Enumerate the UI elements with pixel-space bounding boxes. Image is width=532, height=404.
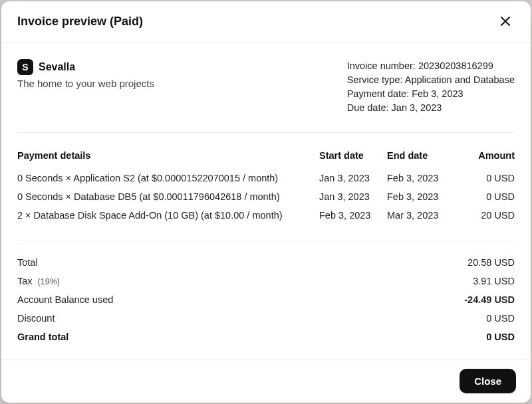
- table-cell-start: Jan 3, 2023: [319, 187, 379, 206]
- brand-block: S Sevalla The home to your web projects: [17, 59, 154, 89]
- discount-label: Discount: [17, 313, 55, 324]
- tax-percent: (19%): [38, 277, 60, 286]
- brand-tagline: The home to your web projects: [17, 78, 154, 89]
- table-cell-start: Jan 3, 2023: [319, 169, 379, 187]
- tax-label: Tax: [17, 276, 33, 286]
- table-cell-end: Feb 3, 2023: [387, 187, 447, 206]
- table-cell-amount: 20 USD: [455, 206, 515, 225]
- tax-row: Tax (19%) 3.91 USD: [17, 272, 515, 290]
- meta-due-date: Due date: Jan 3, 2023: [347, 101, 515, 115]
- meta-value: Application and Database: [405, 74, 515, 85]
- table-cell-start: Feb 3, 2023: [319, 206, 379, 225]
- grand-total-label: Grand total: [17, 332, 68, 342]
- invoice-header-section: S Sevalla The home to your web projects …: [17, 59, 515, 133]
- tax-label-wrap: Tax (19%): [17, 276, 60, 286]
- modal-title: Invoice preview (Paid): [17, 15, 143, 29]
- table-cell-end: Feb 3, 2023: [387, 169, 447, 187]
- meta-label: Service type:: [347, 74, 403, 85]
- close-icon-button[interactable]: [496, 12, 515, 31]
- col-header-end: End date: [387, 150, 447, 169]
- invoice-meta: Invoice number: 20230203816299 Service t…: [347, 59, 515, 115]
- meta-label: Invoice number:: [347, 60, 416, 71]
- table-cell-amount: 0 USD: [455, 169, 515, 187]
- brand-line: S Sevalla: [17, 59, 154, 75]
- table-cell-description: 2 × Database Disk Space Add-On (10 GB) (…: [17, 206, 311, 225]
- payment-details-section: Payment details Start date End date Amou…: [17, 133, 515, 346]
- balance-row: Account Balance used -24.49 USD: [17, 290, 515, 309]
- table-cell-description: 0 Seconds × Database DB5 (at $0.00011796…: [17, 187, 311, 206]
- col-header-details: Payment details: [17, 150, 311, 169]
- section-divider: [17, 241, 515, 241]
- close-icon: [501, 17, 510, 26]
- brand-logo: S: [17, 59, 33, 75]
- payment-details-table: Payment details Start date End date Amou…: [17, 150, 515, 225]
- discount-row: Discount 0 USD: [17, 309, 515, 328]
- meta-service-type: Service type: Application and Database: [347, 73, 515, 87]
- brand-name: Sevalla: [39, 61, 75, 73]
- meta-invoice-number: Invoice number: 20230203816299: [347, 59, 515, 73]
- meta-label: Due date:: [347, 102, 389, 113]
- meta-payment-date: Payment date: Feb 3, 2023: [347, 87, 515, 101]
- modal-header: Invoice preview (Paid): [1, 1, 531, 43]
- discount-value: 0 USD: [486, 313, 515, 324]
- balance-value: -24.49 USD: [464, 294, 515, 305]
- table-cell-end: Mar 3, 2023: [387, 206, 447, 225]
- table-cell-amount: 0 USD: [455, 187, 515, 206]
- grand-total-value: 0 USD: [486, 332, 515, 342]
- balance-label: Account Balance used: [17, 294, 113, 305]
- modal-footer: Close: [1, 359, 531, 403]
- tax-value: 3.91 USD: [473, 276, 515, 286]
- close-button[interactable]: Close: [460, 369, 516, 393]
- col-header-start: Start date: [319, 150, 379, 169]
- meta-label: Payment date:: [347, 88, 410, 99]
- totals-section: Total 20.58 USD Tax (19%) 3.91 USD Accou…: [17, 253, 515, 346]
- col-header-amount: Amount: [455, 150, 515, 169]
- meta-value: Feb 3, 2023: [412, 88, 463, 99]
- meta-value: 20230203816299: [418, 60, 493, 71]
- total-value: 20.58 USD: [467, 257, 515, 268]
- invoice-preview-modal: Invoice preview (Paid) S Sevalla The hom…: [1, 1, 531, 403]
- total-row: Total 20.58 USD: [17, 253, 515, 272]
- total-label: Total: [17, 257, 38, 268]
- grand-total-row: Grand total 0 USD: [17, 328, 515, 346]
- modal-body: S Sevalla The home to your web projects …: [1, 43, 531, 359]
- table-cell-description: 0 Seconds × Application S2 (at $0.000015…: [17, 169, 311, 187]
- meta-value: Jan 3, 2023: [392, 102, 442, 113]
